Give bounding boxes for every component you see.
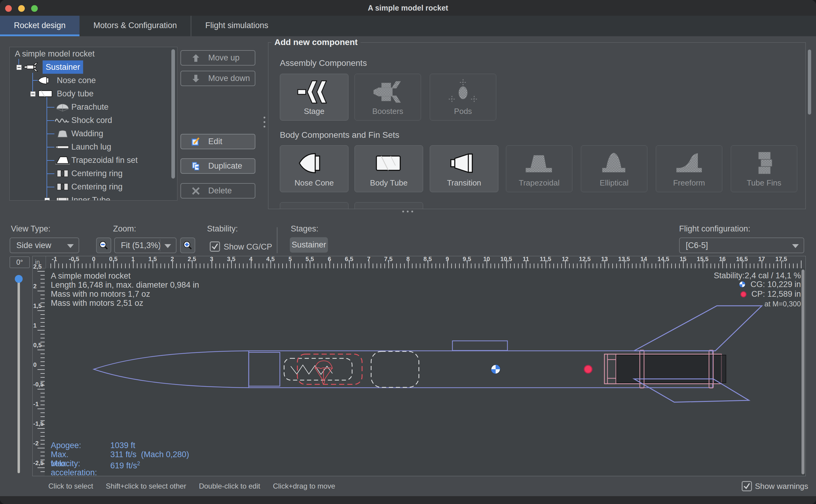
move-up-button[interactable]: Move up	[180, 50, 255, 66]
openrocket-window: A simple model rocket Rocket designMotor…	[0, 0, 816, 504]
shock-cord-icon	[54, 115, 71, 125]
tree-row-wadding-6[interactable]: Wadding	[10, 127, 177, 140]
elliptical-icon	[581, 149, 647, 177]
add-transition-button[interactable]: Transition	[430, 145, 498, 192]
tab-motors-configuration[interactable]: Motors & Configuration	[79, 16, 191, 36]
pods-icon	[430, 78, 496, 105]
canvas-scrollbar[interactable]	[801, 270, 805, 474]
tree-expander-icon[interactable]	[16, 65, 22, 70]
tree-item-label: Launch lug	[71, 140, 111, 153]
edit-button[interactable]: Edit	[180, 134, 255, 149]
add-button-label: Boosters	[355, 107, 421, 116]
tree-expander-icon[interactable]	[44, 198, 50, 201]
tree-row-nose-cone-2[interactable]: Nose cone	[10, 74, 177, 87]
tree-row-inner-tube-11[interactable]: Inner Tube	[10, 193, 177, 201]
cg-legend-icon	[739, 281, 746, 290]
tree-expander-icon[interactable]	[30, 91, 36, 97]
zoom-label: Zoom:	[113, 224, 136, 234]
tree-row-trapezoidal-fin-set-8[interactable]: Trapezoidal fin set	[10, 153, 177, 167]
tree-row-centering-ring-9[interactable]: Centering ring	[10, 167, 177, 180]
add-elliptical-button: Elliptical	[581, 145, 647, 192]
cp-value: 12,589 in	[767, 289, 801, 299]
zoom-select[interactable]: Fit (51,3%)	[114, 237, 176, 253]
tree-row-shock-cord-5[interactable]: Shock cord	[10, 114, 177, 127]
add-trapezoidal-button: Trapezoidal	[506, 145, 572, 192]
chevron-down-icon	[67, 244, 74, 248]
stage-toggle-sustainer[interactable]: Sustainer	[290, 237, 328, 253]
view-type-label: View Type:	[11, 224, 50, 234]
flight-label: Max. acceleration:	[51, 459, 97, 476]
chevron-down-icon	[792, 244, 799, 248]
tree-item-label: A simple model rocket	[15, 47, 95, 60]
toolbar-separator	[277, 227, 277, 253]
show-warnings-checkbox[interactable]	[742, 481, 752, 491]
tree-item-label: Body tube	[57, 87, 94, 100]
add-pods-button: Pods	[430, 74, 496, 121]
horizontal-splitter-handle[interactable]	[402, 211, 413, 212]
centering-ring-icon	[54, 169, 71, 178]
add-nose-cone-button[interactable]: Nose Cone	[280, 145, 348, 192]
zoom-out-button[interactable]	[96, 237, 111, 253]
show-cgcp-label: Show CG/CP	[224, 242, 272, 252]
rotation-slider-knob[interactable]	[15, 275, 23, 283]
check-icon	[211, 243, 219, 250]
component-tree[interactable]: A simple model rocketSustainerNose coneB…	[9, 47, 177, 201]
stage-toggle-label: Sustainer	[292, 240, 326, 250]
vertical-splitter-handle[interactable]	[264, 117, 265, 130]
move-down-button[interactable]: Move down	[180, 71, 255, 86]
cg-value: 10,229 in	[767, 280, 801, 289]
interaction-hints: Click to selectShift+click to select oth…	[48, 476, 335, 496]
tab-bar: Rocket designMotors & ConfigurationFligh…	[0, 16, 816, 36]
add-button-label: Body Tube	[355, 178, 423, 188]
fin-icon	[54, 155, 71, 165]
zoom-in-button[interactable]	[180, 237, 195, 253]
nose-cone-icon	[280, 149, 348, 177]
window-title: A simple model rocket	[0, 0, 816, 16]
stability-label: Stability:	[207, 224, 238, 234]
delete-button[interactable]: Delete	[180, 183, 255, 199]
rocket-icon	[23, 62, 40, 72]
window-bottom-edge	[0, 496, 816, 504]
tree-row-a-simple-model-rocket-0[interactable]: A simple model rocket	[10, 47, 177, 60]
arrow-up-icon	[191, 53, 200, 63]
tab-flight-simulations[interactable]: Flight simulations	[191, 16, 282, 36]
flight-value-sup: 2	[137, 460, 140, 467]
cg-label: CG:	[750, 280, 765, 289]
tree-row-centering-ring-10[interactable]: Centering ring	[10, 180, 177, 193]
nose-cone-outline	[94, 351, 249, 388]
flight-value: 311 ft/s (Mach 0,280)	[110, 450, 189, 459]
flight-config-select[interactable]: [C6-5]	[679, 237, 804, 253]
stability-text-value: 2,4 cal / 14,1 %	[745, 271, 801, 280]
add-component-button-clipped[interactable]	[355, 202, 423, 209]
rotation-slider-track[interactable]	[18, 279, 20, 473]
delete-label: Delete	[208, 186, 232, 195]
add-button-label: Pods	[430, 107, 496, 116]
add-freeform-button: Freeform	[656, 145, 722, 192]
show-cgcp-checkbox[interactable]	[210, 241, 220, 252]
trapezoidal-icon	[506, 149, 572, 177]
hint-click-drag-to-move: Click+drag to move	[273, 482, 335, 490]
tree-row-parachute-4[interactable]: Parachute	[10, 100, 177, 114]
engine-block	[604, 354, 616, 384]
duplicate-label: Duplicate	[208, 161, 242, 171]
tree-scrollbar[interactable]	[171, 49, 175, 179]
panel-scrollbar[interactable]	[808, 50, 811, 115]
delete-x-icon	[191, 186, 200, 195]
tree-row-launch-lug-7[interactable]: Launch lug	[10, 140, 177, 153]
add-body-tube-button[interactable]: Body Tube	[355, 145, 423, 192]
cp-legend-icon	[740, 291, 747, 299]
launch-lug-outline	[452, 341, 507, 351]
add-button-label: Nose Cone	[280, 178, 348, 188]
add-component-button-clipped[interactable]	[280, 202, 348, 209]
flight-label: Apogee:	[51, 441, 81, 450]
add-stage-button[interactable]: Stage	[280, 74, 348, 121]
tree-row-body-tube-3[interactable]: Body tube	[10, 87, 177, 100]
rotation-indicator: 0°	[10, 257, 30, 268]
cp-label: CP:	[751, 289, 765, 299]
centering-ring-icon	[54, 182, 71, 192]
tree-row-sustainer-1[interactable]: Sustainer	[10, 60, 177, 74]
view-type-select[interactable]: Side view	[10, 237, 79, 253]
tab-rocket-design[interactable]: Rocket design	[0, 16, 79, 36]
flight-value: 1039 ft	[110, 441, 135, 450]
duplicate-button[interactable]: Duplicate	[180, 158, 255, 174]
